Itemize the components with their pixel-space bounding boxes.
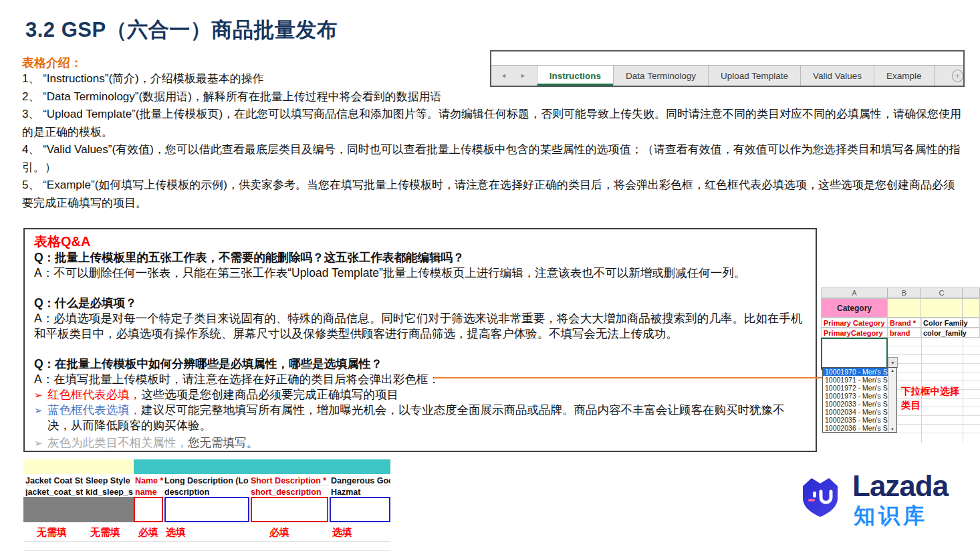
yellow-band <box>23 459 134 474</box>
col-key: jacket_coat_styles <box>25 486 83 496</box>
col-header: Short Description * <box>251 475 329 485</box>
intro-list: 1、 “Instructions”(简介)，介绍模板最基本的操作 2、 “Dat… <box>22 70 962 212</box>
lazada-logo: Lazada 知识库 <box>798 472 979 536</box>
attr-brand: Brand * <box>888 318 921 328</box>
pointer-arrow <box>434 377 824 378</box>
sheet-nav-right-icon[interactable]: ► <box>520 72 526 79</box>
attr-primary-category: Primary Category * <box>821 318 888 328</box>
tab-data-terminology[interactable]: Data Terminology <box>614 66 709 86</box>
dropdown-item[interactable]: 10001972 - Men's Sho <box>823 384 888 392</box>
cell <box>921 298 963 318</box>
required-field-box <box>134 497 163 522</box>
dropdown-scrollbar[interactable]: ▲ ▼ <box>888 368 896 432</box>
logo-brand-text: Lazada <box>852 469 948 503</box>
col-key: Hazmat <box>331 486 390 496</box>
qa-answer-1: A：不可以删除任何一张表，只能在第三张工作表“Upload Template”批… <box>34 265 806 281</box>
dropdown-item[interactable]: 10001970 - Men's Sho <box>823 368 888 376</box>
qa-bullet-irrelevant: ➢灰色为此类目不相关属性，您无需填写。 <box>34 435 806 451</box>
qa-question-3: Q：在批量上传模板中如何分辨哪些是必填属性，哪些是选填属性？ <box>34 356 806 372</box>
col-header-a: A <box>821 288 888 298</box>
sheet-nav-left-icon[interactable]: ◄ <box>501 72 507 79</box>
dropdown-item[interactable]: 10002036 - Men's Sho <box>823 424 888 432</box>
col-header: Dangerous Goods <box>331 475 390 485</box>
optional-field-box <box>164 497 249 522</box>
col-header-b: B <box>888 288 921 298</box>
optional-field-box <box>330 497 390 522</box>
fill-annotation: 必填 <box>138 526 158 540</box>
col-header: Name * <box>135 475 163 485</box>
cell <box>963 318 980 328</box>
col-key: kid_sleep_styles <box>86 486 133 496</box>
fill-annotation: 选填 <box>332 526 352 540</box>
cell <box>888 298 921 318</box>
col-key: description <box>164 486 249 496</box>
qa-bullet-optional: ➢蓝色框代表选填，建议尽可能完整地填写所有属性，增加曝光机会，以专业态度全面展示… <box>34 403 806 433</box>
bullet-lead: 蓝色框代表选填， <box>47 403 141 417</box>
lazada-heart-icon <box>798 476 843 519</box>
attribute-table-screenshot: Jacket Coat Style Sleep Style Name * Lon… <box>23 459 390 551</box>
cell-dropdown-button[interactable]: ▼ <box>888 357 898 368</box>
tab-upload-template[interactable]: Upload Template <box>709 66 801 86</box>
page-title: 3.2 GSP（六合一）商品批量发布 <box>25 16 338 44</box>
col-header-c: C <box>921 288 963 298</box>
qa-answer-3: A：在填写批量上传模板时，请注意在选择在好正确的类目后将会弹出彩色框： <box>34 372 806 387</box>
qa-box: 表格Q&A Q：批量上传模板里的五张工作表，不需要的能删除吗？这五张工作表都能编… <box>23 228 817 452</box>
intro-item-valid-values: 4、 “Valid Values”(有效值)，您可以借此查看最底层类目及编号，同… <box>22 141 962 177</box>
qa-bullet-required: ➢红色框代表必填，这些选项是您创建商品必须要完成正确填写的项目 <box>34 387 806 403</box>
cell <box>963 328 980 338</box>
dropdown-hint-annotation: 下拉框中选择类目 <box>901 384 965 413</box>
intro-item-example: 5、 “Example”(如何填写上传模板的示例)，供卖家参考。当您在填写批量上… <box>22 177 962 212</box>
bullet-arrow-icon: ➢ <box>34 403 43 418</box>
key-primary-category: PrimaryCategory <box>821 328 888 338</box>
qa-title: 表格Q&A <box>34 233 806 250</box>
key-brand: brand <box>888 328 921 338</box>
teal-band <box>134 459 390 474</box>
key-color-family: color_family <box>921 328 963 338</box>
bullet-rest: 您无需填写。 <box>188 436 258 449</box>
col-header: Jacket Coat Style <box>25 475 83 485</box>
bullet-rest: 建议尽可能完整地填写所有属性，增加曝光机会，以专业态度全面展示商品或品牌。商品内… <box>47 403 785 432</box>
dropdown-item[interactable]: 10002033 - Men's Sho <box>823 400 888 408</box>
intro-item-data-terminology: 2、 “Data Terminology”(数据用语)，解释所有在批量上传过程中… <box>22 88 962 106</box>
dropdown-item[interactable]: 10001971 - Men's Sho <box>823 376 888 384</box>
sheet-tab-strip: ◄ ► Instructions Data Terminology Upload… <box>491 65 963 86</box>
intro-item-upload-template: 3、 “Upload Template”(批量上传模板页)，在此您可以填写商品信… <box>22 106 962 141</box>
fill-annotation: 无需填 <box>37 526 67 540</box>
gridline <box>23 541 390 542</box>
fill-annotation: 必填 <box>269 526 289 540</box>
scroll-up-icon[interactable]: ▲ <box>890 368 894 372</box>
add-sheet-button[interactable]: + <box>952 70 963 82</box>
scroll-down-icon[interactable]: ▼ <box>890 427 894 431</box>
col-key: short_description <box>251 486 329 496</box>
cell <box>963 298 980 318</box>
bullet-arrow-icon: ➢ <box>34 387 43 403</box>
tab-example[interactable]: Example <box>874 66 935 86</box>
col-header: Sleep Style <box>86 475 133 485</box>
selected-category-cell[interactable] <box>821 338 888 370</box>
tab-valid-values[interactable]: Valid Values <box>801 66 874 86</box>
bullet-lead: 灰色为此类目不相关属性， <box>47 436 188 449</box>
dropdown-item[interactable]: 10002035 - Men's Sho <box>823 416 888 424</box>
intro-section-label: 表格介绍： <box>22 55 82 71</box>
attr-color-family: Color Family <box>921 318 963 328</box>
bullet-lead: 红色框代表必填， <box>47 388 141 401</box>
bullet-arrow-icon: ➢ <box>34 435 43 451</box>
dropdown-item[interactable]: 10001973 - Men's Sho <box>823 392 888 400</box>
dropdown-item[interactable]: 10002034 - Men's Sho <box>823 408 888 416</box>
qa-answer-2: A：必填选项是对每一个特定子类目来说固有的、特殊的商品信息。同时它们对于筛选来说… <box>34 311 806 342</box>
logo-sub-text: 知识库 <box>854 502 928 531</box>
category-sheet-screenshot: A B C Category Primary Category * Brand … <box>821 288 980 443</box>
required-field-box <box>251 497 328 522</box>
tab-instructions[interactable]: Instructions <box>537 66 614 86</box>
qa-question-1: Q：批量上传模板里的五张工作表，不需要的能删除吗？这五张工作表都能编辑吗？ <box>34 250 806 265</box>
not-applicable-cells <box>23 497 134 522</box>
sheet-nav-arrows: ◄ ► <box>491 66 537 86</box>
category-dropdown-list[interactable]: 10001970 - Men's Sho 10001971 - Men's Sh… <box>822 367 897 433</box>
fill-annotation: 无需填 <box>90 526 120 540</box>
bullet-rest: 这些选项是您创建商品必须要完成正确填写的项目 <box>141 388 398 401</box>
qa-question-2: Q：什么是必填项？ <box>34 296 806 311</box>
category-cell: Category <box>821 298 888 318</box>
fill-annotation: 选填 <box>166 526 186 540</box>
col-key: name <box>135 486 163 496</box>
col-header-partial <box>963 288 980 298</box>
